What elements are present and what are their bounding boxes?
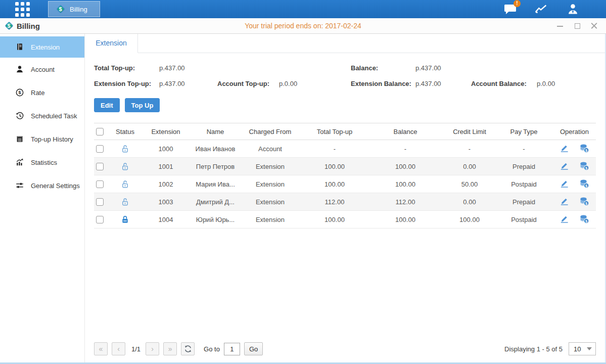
account-topup-label: Account Top-up: <box>217 80 279 87</box>
minimize-icon[interactable] <box>556 22 564 29</box>
edit-row-icon[interactable] <box>560 214 569 225</box>
refresh-button[interactable] <box>181 342 195 355</box>
cell-charged-from: Extension <box>241 158 299 175</box>
go-button[interactable]: Go <box>244 342 263 355</box>
cell-pay-type: - <box>498 140 549 158</box>
taskbar-tab-label: Billing <box>70 6 87 13</box>
taskbar-billing-tab[interactable]: $ Billing <box>48 1 100 17</box>
unlocked-icon <box>120 144 130 154</box>
sidebar-item-label: General Settings <box>31 182 80 190</box>
column-header-extension: Extension <box>142 123 190 140</box>
row-checkbox[interactable] <box>96 216 104 223</box>
bar-chart-icon <box>15 158 24 167</box>
sidebar-item-label: Top-up History <box>31 135 73 143</box>
sliders-icon <box>15 181 24 190</box>
account-balance-label: Account Balance: <box>471 80 537 87</box>
unlocked-icon <box>120 197 130 207</box>
sidebar-item-general-settings[interactable]: General Settings <box>0 174 84 197</box>
table-header-row: Status Extension Name Charged From Total… <box>94 123 596 140</box>
edit-button[interactable]: Edit <box>94 98 120 112</box>
top-up-row-icon[interactable] <box>579 161 589 172</box>
app-launcher-grid-icon[interactable] <box>15 2 30 17</box>
goto-page-input[interactable] <box>224 343 240 355</box>
page-size-select[interactable]: 10 <box>569 342 596 355</box>
top-up-row-icon[interactable] <box>579 143 589 155</box>
cell-extension: 1000 <box>142 140 190 158</box>
edit-row-icon[interactable] <box>560 196 569 207</box>
cell-charged-from: Extension <box>241 175 299 193</box>
chevron-down-icon <box>587 347 592 350</box>
cell-extension: 1003 <box>142 193 190 211</box>
cell-pay-type: Prepaid <box>498 193 549 211</box>
cell-extension: 1001 <box>142 158 190 175</box>
column-header-pay-type: Pay Type <box>498 123 549 140</box>
status-icon <box>120 144 130 152</box>
column-header-balance: Balance <box>370 123 441 140</box>
cell-credit-limit: 0.00 <box>441 158 498 175</box>
cell-extension: 1002 <box>142 175 190 193</box>
row-checkbox[interactable] <box>96 145 104 153</box>
extension-table: Status Extension Name Charged From Total… <box>94 123 596 337</box>
top-up-row-icon[interactable] <box>579 178 589 190</box>
locked-icon <box>120 215 130 224</box>
row-checkbox[interactable] <box>96 198 104 206</box>
monitor-chart-icon[interactable] <box>534 3 548 15</box>
pagination-bar: « ‹ 1/1 › » Go to Go Displaying 1 - 5 of… <box>94 337 596 360</box>
sidebar-item-label: Rate <box>31 89 44 97</box>
sidebar-item-extension[interactable]: Extension <box>0 36 84 58</box>
sidebar-item-topup-history[interactable]: Top-up History <box>0 127 84 151</box>
edit-row-icon[interactable] <box>560 161 569 172</box>
edit-row-icon[interactable] <box>560 143 569 154</box>
column-header-total-topup: Total Top-up <box>299 123 370 140</box>
sidebar-item-account[interactable]: Account <box>0 58 84 81</box>
displaying-text: Displaying 1 - 5 of 5 <box>504 345 563 353</box>
column-header-operation: Operation <box>549 123 596 140</box>
balance-summary: Total Top-up: p.437.00 Extension Top-up:… <box>94 60 596 92</box>
last-page-button[interactable]: » <box>163 342 177 355</box>
table-row: 1003 Дмитрий Д... Extension 112.00 112.0… <box>94 193 596 211</box>
cell-balance: - <box>370 140 441 158</box>
unlocked-icon <box>120 179 130 189</box>
cell-balance: 100.00 <box>370 158 441 175</box>
sidebar-item-label: Scheduled Task <box>31 112 77 120</box>
table-row: 1004 Юрий Юрь... Extension 100.00 100.00… <box>94 211 596 229</box>
select-all-checkbox[interactable] <box>96 128 104 135</box>
account-balance-value: p.0.00 <box>537 80 606 87</box>
page-size-value: 10 <box>569 345 587 353</box>
sidebar-item-scheduled-task[interactable]: Scheduled Task <box>0 104 84 127</box>
sidebar-item-statistics[interactable]: Statistics <box>0 151 84 174</box>
screen: $ Billing ! Your trial period ends on: 2… <box>0 0 606 364</box>
dollar-circle-icon <box>15 88 24 97</box>
table-row: 1001 Петр Петров Extension 100.00 100.00… <box>94 158 596 175</box>
cell-balance: 112.00 <box>370 193 441 211</box>
messages-icon[interactable]: ! <box>503 3 517 15</box>
row-checkbox[interactable] <box>96 163 104 170</box>
cell-name: Юрий Юрь... <box>190 211 241 229</box>
top-up-button[interactable]: Top Up <box>125 98 160 112</box>
cell-pay-type: Postpaid <box>498 175 549 193</box>
tab-extension[interactable]: Extension <box>85 34 138 53</box>
cell-total-topup: 100.00 <box>299 158 370 175</box>
top-up-row-icon[interactable] <box>579 196 589 208</box>
sidebar-item-rate[interactable]: Rate <box>0 81 84 104</box>
first-page-button[interactable]: « <box>94 342 108 355</box>
next-page-button[interactable]: › <box>146 342 159 355</box>
column-header-charged-from: Charged From <box>241 123 299 140</box>
cell-total-topup: 100.00 <box>299 175 370 193</box>
status-icon <box>120 162 130 169</box>
maximize-icon[interactable] <box>574 22 581 29</box>
extension-balance-label: Extension Balance: <box>351 80 415 87</box>
cell-pay-type: Postpaid <box>498 211 549 229</box>
history-clock-icon <box>15 111 24 120</box>
cell-name: Иван Иванов <box>190 140 241 158</box>
cell-pay-type: Prepaid <box>498 158 549 175</box>
balance-label: Balance: <box>351 64 415 72</box>
window-title: Billing <box>17 22 40 30</box>
cell-charged-from: Extension <box>241 211 299 229</box>
row-checkbox[interactable] <box>96 180 104 188</box>
edit-row-icon[interactable] <box>560 178 569 190</box>
prev-page-button[interactable]: ‹ <box>112 342 125 355</box>
user-account-icon[interactable] <box>566 3 580 15</box>
close-icon[interactable] <box>591 22 598 29</box>
top-up-row-icon[interactable] <box>579 214 589 225</box>
